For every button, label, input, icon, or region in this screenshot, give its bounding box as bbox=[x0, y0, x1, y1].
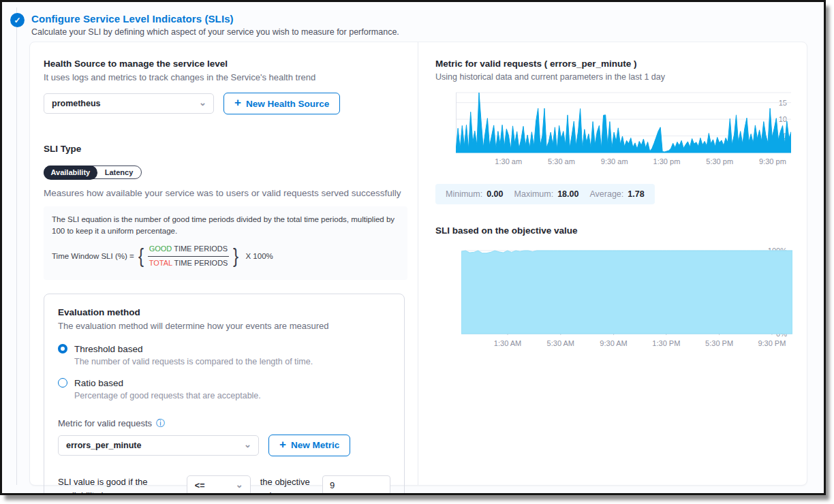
ratio-based-label: Ratio based bbox=[74, 378, 123, 388]
sli-chart bbox=[461, 248, 792, 335]
total-term: TOTAL bbox=[149, 259, 172, 267]
evaluation-title: Evaluation method bbox=[58, 307, 390, 317]
page-title: Configure Service Level Indicators (SLIs… bbox=[31, 13, 399, 25]
left-brace: { bbox=[138, 241, 144, 271]
stat-value: 1.78 bbox=[628, 189, 644, 199]
chevron-down-icon: ⌄ bbox=[236, 480, 243, 489]
stat-value: 0.00 bbox=[486, 189, 503, 199]
step-complete-icon: ✓ bbox=[10, 13, 25, 27]
health-source-select[interactable]: prometheus ⌄ bbox=[44, 93, 214, 114]
metric-select-value: errors_per_minute bbox=[66, 441, 141, 450]
x-axis-label: 5:30 AM bbox=[539, 339, 583, 347]
new-metric-label: New Metric bbox=[291, 440, 339, 450]
threshold-based-label: Threshold based bbox=[74, 344, 143, 354]
configuration-column: Health Source to manage the service leve… bbox=[30, 42, 418, 485]
metric-chart bbox=[456, 91, 791, 154]
chevron-down-icon: ⌄ bbox=[244, 440, 251, 449]
info-icon[interactable]: ⓘ bbox=[156, 418, 165, 430]
x-axis-label: 9:30 pm bbox=[751, 157, 794, 166]
x-axis-label: 9:30 PM bbox=[750, 339, 794, 347]
objective-value-input[interactable] bbox=[322, 475, 390, 495]
health-source-title: Health Source to manage the service leve… bbox=[44, 59, 404, 69]
x-axis-label: 1:30 PM bbox=[645, 339, 688, 347]
stepper-line bbox=[16, 7, 17, 485]
stat-value: 18.00 bbox=[557, 189, 578, 199]
total-term-rest: TIME PERIODS bbox=[172, 259, 228, 267]
metric-stats-bar: Minimum: 0.00 Maximum: 18.00 Average: 1.… bbox=[435, 184, 655, 204]
new-metric-button[interactable]: + New Metric bbox=[268, 435, 350, 456]
app-window: ✓ Configure Service Level Indicators (SL… bbox=[0, 0, 826, 495]
sli-type-availability-pill[interactable]: Availability bbox=[44, 166, 98, 180]
sli-type-description: Measures how available your service was … bbox=[44, 188, 404, 198]
sli-config-card: Health Source to manage the service leve… bbox=[29, 42, 807, 486]
condition-prefix-text: SLI value is good if the availability is bbox=[58, 475, 177, 495]
stat-label: Maximum: bbox=[514, 189, 554, 199]
metric-chart-subtitle: Using historical data and current parame… bbox=[435, 72, 790, 82]
metric-for-valid-requests-label: Metric for valid requests bbox=[58, 418, 152, 428]
metric-chart-x-axis: 1:30 am5:30 am9:30 am1:30 pm5:30 pm9:30 … bbox=[456, 157, 791, 168]
threshold-based-radio[interactable] bbox=[58, 344, 67, 353]
metric-chart-container: 51015 1:30 am5:30 am9:30 am1:30 pm5:30 p… bbox=[435, 91, 790, 170]
stat-label: Average: bbox=[589, 189, 623, 199]
operator-select[interactable]: <= ⌄ bbox=[187, 475, 251, 495]
metric-chart-y-axis: 51015 bbox=[435, 91, 453, 154]
sli-equation-box: The SLI equation is the number of good t… bbox=[44, 206, 407, 280]
equation-fraction: GOOD TIME PERIODS TOTAL TIME PERIODS bbox=[148, 244, 230, 269]
plus-icon: + bbox=[234, 96, 241, 110]
stat-maximum: Maximum: 18.00 bbox=[514, 189, 579, 199]
x-axis-label: 5:30 am bbox=[540, 157, 583, 166]
ratio-based-radio[interactable] bbox=[58, 378, 67, 388]
evaluation-method-box: Evaluation method The evaluation method … bbox=[44, 294, 405, 495]
sli-type-latency-pill[interactable]: Latency bbox=[97, 166, 142, 178]
good-term: GOOD bbox=[149, 245, 172, 253]
condition-suffix-text: the objective value bbox=[260, 475, 313, 495]
x-axis-label: 1:30 am bbox=[486, 157, 530, 166]
page-subtitle: Calculate your SLI by defining which asp… bbox=[31, 27, 399, 37]
equation-suffix: X 100% bbox=[245, 251, 273, 262]
x-axis-label: 1:30 pm bbox=[645, 157, 688, 166]
stat-minimum: Minimum: 0.00 bbox=[446, 189, 504, 199]
sli-chart-y-axis: 0%25%50%75%100% bbox=[435, 248, 459, 335]
plus-icon: + bbox=[279, 438, 286, 452]
sli-chart-title: SLI based on the objective value bbox=[435, 225, 790, 236]
chevron-down-icon: ⌄ bbox=[199, 98, 206, 107]
page-header: ✓ Configure Service Level Indicators (SL… bbox=[10, 13, 399, 37]
ratio-based-description: Percentage of good requests that are acc… bbox=[74, 391, 390, 400]
good-term-rest: TIME PERIODS bbox=[172, 245, 228, 253]
stat-average: Average: 1.78 bbox=[589, 189, 644, 199]
equation-prefix: Time Window SLI (%) = bbox=[52, 251, 134, 262]
metric-select[interactable]: errors_per_minute ⌄ bbox=[58, 435, 259, 456]
x-axis-label: 5:30 PM bbox=[698, 339, 741, 347]
new-health-source-button[interactable]: + New Health Source bbox=[223, 93, 340, 114]
stat-label: Minimum: bbox=[446, 189, 482, 199]
health-source-value: prometheus bbox=[52, 99, 101, 108]
evaluation-subtitle: The evaluation method will determine how… bbox=[58, 321, 390, 331]
x-axis-label: 9:30 AM bbox=[592, 339, 636, 347]
sli-chart-container: 0%25%50%75%100% 1:30 AM5:30 AM9:30 AM1:3… bbox=[435, 248, 790, 353]
metric-chart-title: Metric for valid requests ( errors_per_m… bbox=[435, 59, 790, 69]
preview-column: Metric for valid requests ( errors_per_m… bbox=[418, 42, 807, 485]
health-source-subtitle: It uses logs and metrics to track change… bbox=[44, 72, 404, 82]
sli-equation-text: The SLI equation is the number of good t… bbox=[52, 214, 399, 236]
right-brace: } bbox=[233, 241, 238, 271]
sli-type-toggle: Availability Latency bbox=[44, 166, 142, 179]
x-axis-label: 1:30 AM bbox=[486, 339, 529, 347]
sli-chart-x-axis: 1:30 AM5:30 AM9:30 AM1:30 PM5:30 PM9:30 … bbox=[461, 339, 792, 350]
x-axis-label: 9:30 am bbox=[593, 157, 636, 166]
sli-type-title: SLI Type bbox=[44, 144, 404, 154]
new-health-source-label: New Health Source bbox=[246, 99, 329, 109]
operator-value: <= bbox=[195, 481, 205, 490]
threshold-based-description: The number of valid requests is compared… bbox=[74, 357, 390, 366]
x-axis-label: 5:30 pm bbox=[698, 157, 741, 166]
